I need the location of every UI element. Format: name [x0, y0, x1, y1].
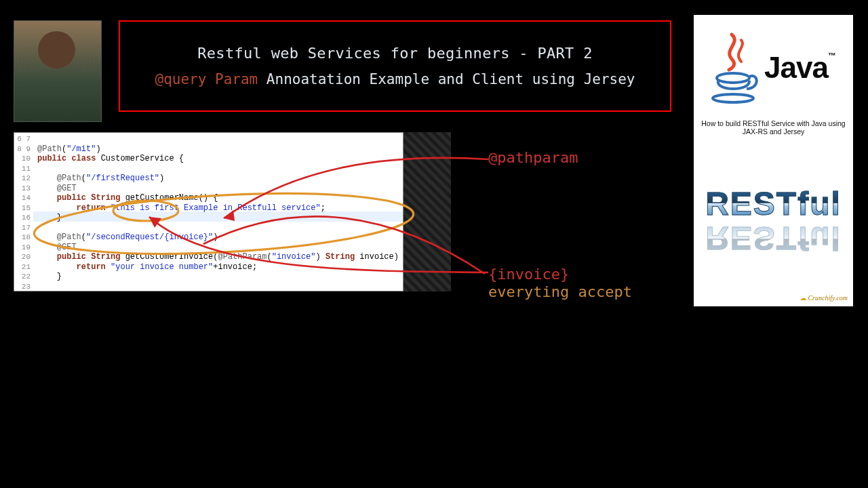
hatch-divider	[403, 132, 451, 291]
svg-point-1	[713, 94, 753, 102]
title-accent: @query Param	[155, 71, 258, 87]
java-logo: Java™	[696, 20, 850, 115]
annotation-pathparam: @pathparam	[488, 149, 578, 166]
code-panel: 6 7 8 9 10 11 12 13 14 15 16 17 18 19 20…	[14, 132, 403, 291]
title-rest: Annoatation Example and Client using Jer…	[258, 71, 635, 87]
title-line-2: @query Param Annoatation Example and Cli…	[155, 71, 635, 87]
restful-graphic: RESTful RESTful	[696, 142, 850, 300]
java-tm: ™	[828, 51, 835, 60]
crunchify-credit: Crunchify.com	[800, 294, 848, 302]
restful-word: RESTful	[705, 185, 842, 222]
annotation-everything: everyting accept	[488, 283, 632, 300]
right-subheading: How to build RESTful Service with Java u…	[696, 119, 850, 136]
java-word: Java™	[764, 51, 835, 85]
line-number-gutter: 6 7 8 9 10 11 12 13 14 15 16 17 18 19 20…	[14, 133, 33, 291]
java-cup-icon	[711, 30, 760, 105]
title-line-1: Restful web Services for beginners - PAR…	[197, 45, 592, 62]
presenter-photo	[14, 20, 102, 122]
java-word-text: Java	[764, 51, 828, 84]
right-column: Java™ How to build RESTful Service with …	[694, 15, 853, 306]
title-panel: Restful web Services for beginners - PAR…	[119, 20, 671, 112]
annotation-invoice: {invoice}	[488, 266, 569, 283]
svg-point-0	[717, 73, 749, 83]
code-body: @Path("/mit") public class CustomerServi…	[37, 134, 403, 291]
restful-word-reflect: RESTful	[705, 220, 842, 257]
